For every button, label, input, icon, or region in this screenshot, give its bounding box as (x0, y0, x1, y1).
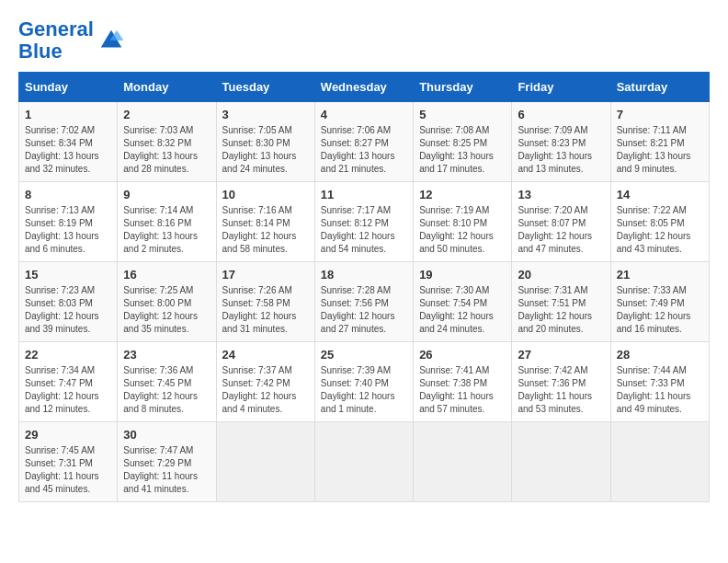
calendar-cell: 26Sunrise: 7:41 AM Sunset: 7:38 PM Dayli… (414, 342, 512, 422)
calendar-cell: 13Sunrise: 7:20 AM Sunset: 8:07 PM Dayli… (512, 182, 610, 262)
day-number: 18 (321, 268, 407, 282)
day-info: Sunrise: 7:13 AM Sunset: 8:19 PM Dayligh… (25, 204, 111, 256)
calendar-cell: 1Sunrise: 7:02 AM Sunset: 8:34 PM Daylig… (19, 102, 118, 182)
day-info: Sunrise: 7:25 AM Sunset: 8:00 PM Dayligh… (123, 284, 210, 336)
calendar-cell (314, 422, 413, 502)
calendar-cell: 28Sunrise: 7:44 AM Sunset: 7:33 PM Dayli… (610, 342, 709, 422)
day-info: Sunrise: 7:44 AM Sunset: 7:33 PM Dayligh… (617, 364, 703, 416)
calendar-cell: 19Sunrise: 7:30 AM Sunset: 7:54 PM Dayli… (414, 262, 512, 342)
day-number: 15 (25, 268, 111, 282)
day-info: Sunrise: 7:28 AM Sunset: 7:56 PM Dayligh… (321, 284, 407, 336)
day-number: 9 (123, 188, 210, 201)
weekday-header: Saturday (610, 73, 709, 102)
day-number: 20 (518, 268, 604, 282)
day-number: 8 (25, 188, 111, 201)
calendar-cell (414, 422, 512, 502)
day-number: 1 (25, 108, 111, 121)
calendar-cell (610, 422, 709, 502)
day-number: 28 (617, 348, 703, 362)
calendar-cell: 25Sunrise: 7:39 AM Sunset: 7:40 PM Dayli… (314, 342, 413, 422)
day-info: Sunrise: 7:34 AM Sunset: 7:47 PM Dayligh… (25, 364, 111, 416)
day-info: Sunrise: 7:20 AM Sunset: 8:07 PM Dayligh… (518, 204, 604, 256)
page-header: GeneralBlue (18, 18, 710, 63)
weekday-header: Tuesday (216, 73, 314, 102)
weekday-header: Wednesday (314, 73, 413, 102)
calendar-cell: 10Sunrise: 7:16 AM Sunset: 8:14 PM Dayli… (216, 182, 314, 262)
day-number: 16 (123, 268, 210, 282)
weekday-header: Thursday (414, 73, 512, 102)
calendar-cell (216, 422, 314, 502)
day-info: Sunrise: 7:02 AM Sunset: 8:34 PM Dayligh… (25, 124, 111, 176)
calendar-row: 1Sunrise: 7:02 AM Sunset: 8:34 PM Daylig… (19, 102, 710, 182)
logo: GeneralBlue (18, 18, 125, 63)
weekday-header: Friday (512, 73, 610, 102)
day-info: Sunrise: 7:31 AM Sunset: 7:51 PM Dayligh… (518, 284, 604, 336)
day-info: Sunrise: 7:36 AM Sunset: 7:45 PM Dayligh… (123, 364, 210, 416)
calendar-cell: 14Sunrise: 7:22 AM Sunset: 8:05 PM Dayli… (610, 182, 709, 262)
weekday-header: Monday (118, 73, 216, 102)
day-number: 27 (518, 348, 604, 362)
calendar-cell: 18Sunrise: 7:28 AM Sunset: 7:56 PM Dayli… (314, 262, 413, 342)
logo-text: GeneralBlue (18, 18, 94, 63)
calendar-table: SundayMondayTuesdayWednesdayThursdayFrid… (18, 72, 710, 502)
day-info: Sunrise: 7:30 AM Sunset: 7:54 PM Dayligh… (419, 284, 506, 336)
day-info: Sunrise: 7:09 AM Sunset: 8:23 PM Dayligh… (518, 124, 604, 176)
calendar-cell (512, 422, 610, 502)
day-info: Sunrise: 7:41 AM Sunset: 7:38 PM Dayligh… (419, 364, 506, 416)
day-info: Sunrise: 7:22 AM Sunset: 8:05 PM Dayligh… (617, 204, 703, 256)
day-number: 12 (419, 188, 506, 201)
day-info: Sunrise: 7:26 AM Sunset: 7:58 PM Dayligh… (222, 284, 309, 336)
calendar-row: 22Sunrise: 7:34 AM Sunset: 7:47 PM Dayli… (19, 342, 710, 422)
day-number: 29 (25, 428, 111, 442)
calendar-cell: 17Sunrise: 7:26 AM Sunset: 7:58 PM Dayli… (216, 262, 314, 342)
day-number: 26 (419, 348, 506, 362)
day-number: 14 (617, 188, 703, 201)
day-info: Sunrise: 7:47 AM Sunset: 7:29 PM Dayligh… (123, 444, 210, 496)
day-number: 10 (222, 188, 309, 201)
day-info: Sunrise: 7:14 AM Sunset: 8:16 PM Dayligh… (123, 204, 210, 256)
calendar-cell: 7Sunrise: 7:11 AM Sunset: 8:21 PM Daylig… (610, 102, 709, 182)
day-number: 5 (419, 108, 506, 121)
calendar-cell: 2Sunrise: 7:03 AM Sunset: 8:32 PM Daylig… (118, 102, 216, 182)
calendar-cell: 16Sunrise: 7:25 AM Sunset: 8:00 PM Dayli… (118, 262, 216, 342)
weekday-header-row: SundayMondayTuesdayWednesdayThursdayFrid… (19, 73, 710, 102)
calendar-row: 29Sunrise: 7:45 AM Sunset: 7:31 PM Dayli… (19, 422, 710, 502)
calendar-cell: 30Sunrise: 7:47 AM Sunset: 7:29 PM Dayli… (118, 422, 216, 502)
calendar-cell: 23Sunrise: 7:36 AM Sunset: 7:45 PM Dayli… (118, 342, 216, 422)
day-number: 24 (222, 348, 309, 362)
calendar-cell: 3Sunrise: 7:05 AM Sunset: 8:30 PM Daylig… (216, 102, 314, 182)
day-info: Sunrise: 7:37 AM Sunset: 7:42 PM Dayligh… (222, 364, 309, 416)
day-info: Sunrise: 7:06 AM Sunset: 8:27 PM Dayligh… (321, 124, 407, 176)
day-info: Sunrise: 7:39 AM Sunset: 7:40 PM Dayligh… (321, 364, 407, 416)
calendar-cell: 29Sunrise: 7:45 AM Sunset: 7:31 PM Dayli… (19, 422, 118, 502)
day-info: Sunrise: 7:08 AM Sunset: 8:25 PM Dayligh… (419, 124, 506, 176)
weekday-header: Sunday (19, 73, 118, 102)
calendar-cell: 9Sunrise: 7:14 AM Sunset: 8:16 PM Daylig… (118, 182, 216, 262)
calendar-cell: 22Sunrise: 7:34 AM Sunset: 7:47 PM Dayli… (19, 342, 118, 422)
day-info: Sunrise: 7:16 AM Sunset: 8:14 PM Dayligh… (222, 204, 309, 256)
day-number: 4 (321, 108, 407, 121)
day-info: Sunrise: 7:23 AM Sunset: 8:03 PM Dayligh… (25, 284, 111, 336)
day-number: 11 (321, 188, 407, 201)
calendar-cell: 6Sunrise: 7:09 AM Sunset: 8:23 PM Daylig… (512, 102, 610, 182)
day-info: Sunrise: 7:42 AM Sunset: 7:36 PM Dayligh… (518, 364, 604, 416)
calendar-row: 8Sunrise: 7:13 AM Sunset: 8:19 PM Daylig… (19, 182, 710, 262)
day-info: Sunrise: 7:45 AM Sunset: 7:31 PM Dayligh… (25, 444, 111, 496)
day-number: 7 (617, 108, 703, 121)
calendar-cell: 27Sunrise: 7:42 AM Sunset: 7:36 PM Dayli… (512, 342, 610, 422)
day-number: 21 (617, 268, 703, 282)
day-number: 25 (321, 348, 407, 362)
calendar-cell: 5Sunrise: 7:08 AM Sunset: 8:25 PM Daylig… (414, 102, 512, 182)
day-number: 17 (222, 268, 309, 282)
logo-icon (97, 27, 125, 54)
calendar-cell: 20Sunrise: 7:31 AM Sunset: 7:51 PM Dayli… (512, 262, 610, 342)
day-number: 13 (518, 188, 604, 201)
calendar-row: 15Sunrise: 7:23 AM Sunset: 8:03 PM Dayli… (19, 262, 710, 342)
day-info: Sunrise: 7:05 AM Sunset: 8:30 PM Dayligh… (222, 124, 309, 176)
day-number: 3 (222, 108, 309, 121)
day-info: Sunrise: 7:03 AM Sunset: 8:32 PM Dayligh… (123, 124, 210, 176)
day-info: Sunrise: 7:11 AM Sunset: 8:21 PM Dayligh… (617, 124, 703, 176)
day-number: 22 (25, 348, 111, 362)
day-number: 19 (419, 268, 506, 282)
day-number: 6 (518, 108, 604, 121)
